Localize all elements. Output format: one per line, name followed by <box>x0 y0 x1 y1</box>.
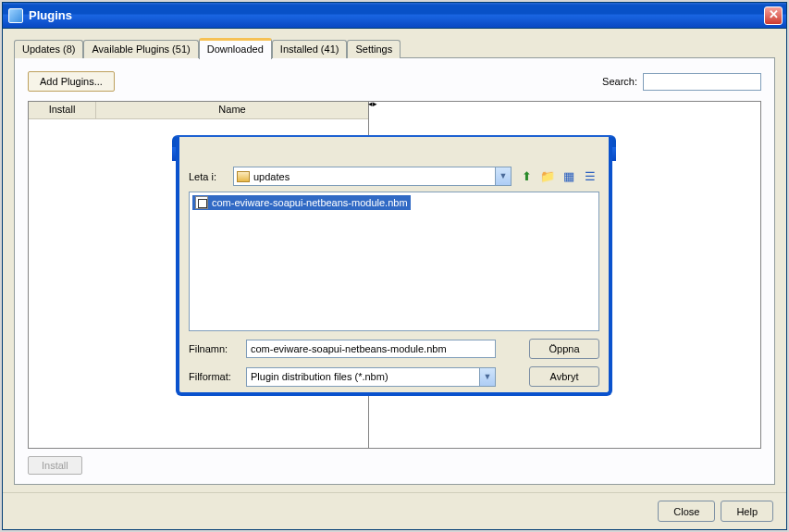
window-close-button[interactable]: ✕ <box>764 6 783 25</box>
dialog-body: Leta i: updates ▼ ⬆ 📁 ▦ ☰ com-eviware-so… <box>179 159 609 392</box>
app-icon <box>8 8 23 23</box>
file-chooser-toolbar: ⬆ 📁 ▦ ☰ <box>517 167 599 186</box>
look-in-row: Leta i: updates ▼ ⬆ 📁 ▦ ☰ <box>189 167 599 186</box>
window-title: Plugins <box>29 8 764 22</box>
tab-updates[interactable]: Updates (8) <box>14 40 83 58</box>
filename-input[interactable] <box>246 340 496 358</box>
look-in-combo[interactable]: updates ▼ <box>233 167 512 186</box>
col-name[interactable]: Name <box>96 102 368 118</box>
chevron-down-icon[interactable]: ▼ <box>495 167 511 185</box>
folder-up-icon[interactable]: ⬆ <box>517 167 536 186</box>
format-value: Plugin distribution files (*.nbm) <box>251 371 388 382</box>
filename-label: Filnamn: <box>189 343 246 354</box>
folder-icon <box>237 171 250 182</box>
file-name: com-eviware-soapui-netbeans-module.nbm <box>212 197 408 208</box>
titlebar: Plugins ✕ <box>3 3 786 29</box>
add-plugins-button[interactable]: Add Plugins... <box>28 71 115 92</box>
add-plugins-dialog: Leta i: updates ▼ ⬆ 📁 ▦ ☰ com-eviware-so… <box>176 137 612 396</box>
format-label: Filformat: <box>189 371 246 382</box>
help-button[interactable]: Help <box>721 501 773 522</box>
tab-installed[interactable]: Installed (41) <box>272 40 348 58</box>
search-label: Search: <box>602 76 637 87</box>
tab-available[interactable]: Available Plugins (51) <box>83 40 198 58</box>
open-button[interactable]: Öppna <box>529 339 599 359</box>
filename-row: Filnamn: Öppna <box>189 339 599 359</box>
list-view-icon[interactable]: ▦ <box>560 167 578 186</box>
create-folder-icon[interactable]: 📁 <box>538 167 557 186</box>
list-item[interactable]: com-eviware-soapui-netbeans-module.nbm <box>192 195 411 210</box>
search-input[interactable] <box>643 73 761 91</box>
cancel-button[interactable]: Avbryt <box>529 366 599 387</box>
chevron-down-icon[interactable]: ▼ <box>479 368 495 386</box>
details-view-icon[interactable]: ☰ <box>581 167 599 186</box>
look-in-label: Leta i: <box>189 171 233 182</box>
splitter[interactable]: ◂▸ <box>369 102 376 111</box>
tab-downloaded[interactable]: Downloaded <box>199 38 272 59</box>
format-combo[interactable]: Plugin distribution files (*.nbm) ▼ <box>246 367 496 387</box>
list-header: Install Name <box>29 102 368 119</box>
top-row: Add Plugins... Search: <box>28 71 761 92</box>
tabs: Updates (8) Available Plugins (51) Downl… <box>14 38 775 58</box>
tab-settings[interactable]: Settings <box>347 40 401 58</box>
footer: Close Help <box>3 492 786 529</box>
file-list[interactable]: com-eviware-soapui-netbeans-module.nbm <box>189 192 599 331</box>
format-row: Filformat: Plugin distribution files (*.… <box>189 366 599 387</box>
install-button: Install <box>28 456 82 475</box>
close-button[interactable]: Close <box>658 501 715 522</box>
nbm-file-icon <box>195 196 208 209</box>
look-in-value: updates <box>253 171 290 182</box>
col-install[interactable]: Install <box>29 102 96 118</box>
